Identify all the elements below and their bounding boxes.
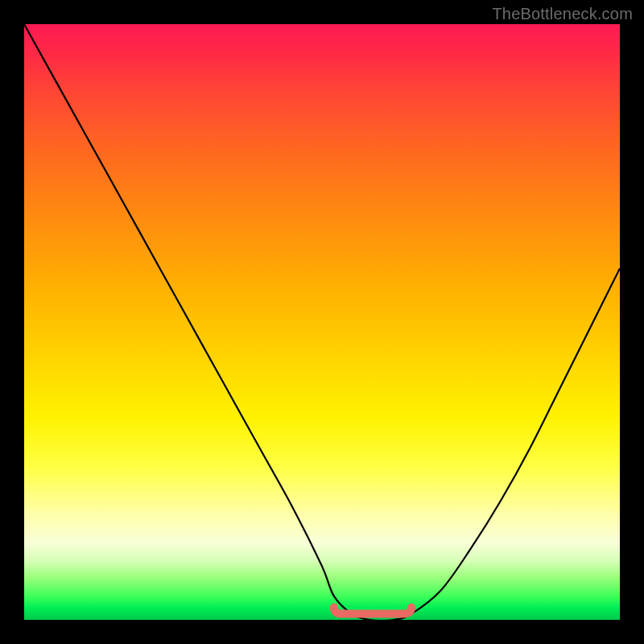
bottleneck-curve: [24, 24, 620, 620]
watermark-text: TheBottleneck.com: [492, 5, 633, 23]
curve-layer: [24, 24, 620, 620]
plot-area: [24, 24, 620, 620]
chart-frame: TheBottleneck.com: [0, 0, 644, 644]
